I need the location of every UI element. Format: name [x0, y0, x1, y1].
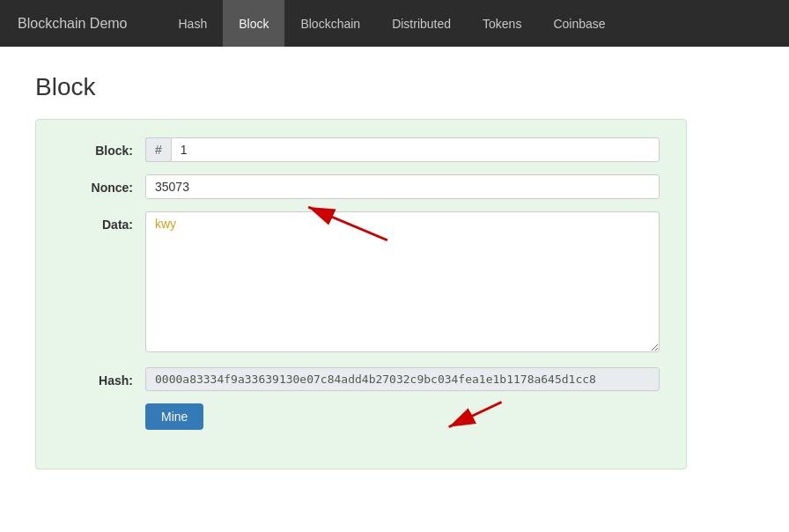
block-input[interactable] [171, 137, 660, 162]
block-label: Block: [63, 137, 133, 158]
hash-input [145, 367, 660, 391]
data-field: kwy [145, 211, 660, 355]
block-input-group: # [145, 137, 660, 162]
navbar-brand: Blockchain Demo [18, 16, 128, 32]
nav-tokens[interactable]: Tokens [467, 0, 537, 47]
block-prefix: # [145, 137, 171, 162]
nav-distributed[interactable]: Distributed [376, 0, 467, 47]
nav-hash[interactable]: Hash [163, 0, 224, 47]
hash-row: Hash: [63, 367, 660, 391]
nav-block[interactable]: Block [223, 0, 284, 47]
nav-blockchain[interactable]: Blockchain [284, 0, 376, 47]
nonce-row: Nonce: [63, 174, 660, 199]
data-label: Data: [63, 211, 133, 232]
block-row: Block: # [63, 137, 660, 162]
hash-field [145, 367, 660, 391]
page-title: Block [35, 73, 754, 101]
hash-label: Hash: [63, 367, 133, 388]
data-textarea[interactable]: kwy [145, 211, 660, 352]
navbar: Blockchain Demo Hash Block Blockchain Di… [0, 0, 789, 47]
nonce-input[interactable] [145, 174, 660, 199]
nonce-field [145, 174, 660, 199]
nonce-label: Nonce: [63, 174, 133, 195]
form-card: Block: # Nonce: Data: kwy Hash: [35, 119, 687, 469]
nav-coinbase[interactable]: Coinbase [537, 0, 621, 47]
mine-button[interactable]: Mine [145, 403, 203, 430]
nav-links: Hash Block Blockchain Distributed Tokens… [163, 0, 622, 47]
data-row: Data: kwy [63, 211, 660, 355]
mine-row: Mine [63, 403, 660, 430]
block-field: # [145, 137, 660, 162]
main-content: Block Block: # Nonce: Data: kwy [0, 47, 789, 496]
